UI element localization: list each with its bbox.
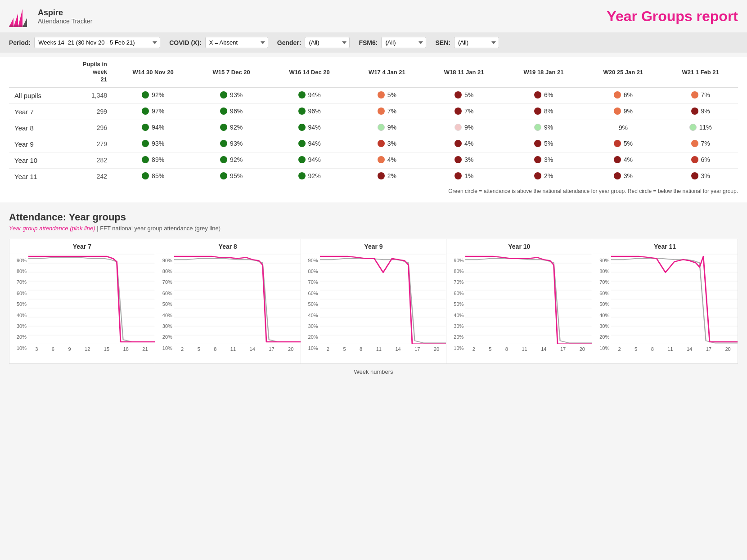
cell-dot-pct: 11%	[663, 120, 738, 136]
charts-subtitle-pink: Year group attendance (pink line)	[9, 225, 95, 232]
cell-dot-pct: 94%	[112, 120, 194, 136]
charts-title: Attendance: Year groups	[9, 211, 738, 223]
col-w17-header: W17 4 Jan 21	[350, 57, 424, 87]
col-w15-header: W15 7 Dec 20	[194, 57, 269, 87]
row-label: Year 10	[9, 152, 72, 168]
cell-dot-pct: 93%	[194, 136, 269, 152]
cell-dot-pct: 9%	[504, 120, 584, 136]
cell-dot-pct: 5%	[424, 87, 504, 103]
table-row: Year 829694%92%94%9%9%9%9%11%	[9, 120, 738, 136]
chart-title: Year 8	[155, 239, 301, 254]
cell-dot-pct: 95%	[194, 168, 269, 184]
row-pupils: 242	[72, 168, 112, 184]
chart-year-7: Year 790%80%70%60%50%40%30%20%10%3691215…	[9, 239, 155, 363]
x-axis-labels: 25811141720	[174, 345, 301, 353]
period-label: Period:	[9, 39, 31, 46]
x-axis-labels: 36912151821	[28, 345, 155, 353]
row-pupils: 1,348	[72, 87, 112, 103]
sen-select[interactable]: (All)	[454, 37, 499, 48]
report-title: Year Groups report	[607, 8, 738, 25]
y-axis: 90%80%70%60%50%40%30%20%10%	[446, 254, 465, 363]
cell-dot-pct: 5%	[504, 136, 584, 152]
svg-rect-4	[9, 25, 27, 27]
chart-year-9: Year 990%80%70%60%50%40%30%20%10%2581114…	[301, 239, 447, 363]
cell-dot-pct: 9%	[583, 120, 663, 136]
col-w20-header: W20 25 Jan 21	[583, 57, 663, 87]
row-pupils: 296	[72, 120, 112, 136]
table-row: Year 927993%93%94%3%4%5%5%7%	[9, 136, 738, 152]
x-axis-labels: 25811141720	[611, 345, 738, 353]
chart-title: Year 11	[592, 239, 738, 254]
cell-dot-pct: 94%	[269, 87, 350, 103]
charts-footer: Week numbers	[9, 364, 738, 380]
covid-select[interactable]: X = Absent	[205, 37, 268, 48]
y-axis: 90%80%70%60%50%40%30%20%10%	[301, 254, 320, 363]
fft-logo	[9, 5, 33, 27]
cell-dot-pct: 5%	[583, 136, 663, 152]
chart-inner: 90%80%70%60%50%40%30%20%10%25811141720	[301, 254, 446, 363]
cell-dot-pct: 92%	[112, 87, 194, 103]
gender-select[interactable]: (All)	[305, 37, 350, 48]
app-subtitle: Attendance Tracker	[38, 18, 92, 25]
cell-dot-pct: 5%	[350, 87, 424, 103]
sen-label: SEN:	[435, 39, 450, 46]
table-row: Year 1124285%95%92%2%1%2%3%3%	[9, 168, 738, 184]
cell-dot-pct: 7%	[424, 103, 504, 120]
svg-marker-1	[14, 13, 18, 27]
brand-name: Aspire	[38, 8, 92, 18]
chart-svg	[320, 254, 446, 344]
cell-dot-pct: 85%	[112, 168, 194, 184]
chart-inner: 90%80%70%60%50%40%30%20%10%25811141720	[155, 254, 301, 363]
cell-dot-pct: 9%	[663, 103, 738, 120]
col-w16-header: W16 14 Dec 20	[269, 57, 350, 87]
x-axis-labels: 25811141720	[320, 345, 446, 353]
charts-subtitle: Year group attendance (pink line) | FFT …	[9, 225, 738, 232]
cell-dot-pct: 96%	[269, 103, 350, 120]
fsm-filter: FSM6: (All)	[359, 37, 426, 48]
y-axis: 90%80%70%60%50%40%30%20%10%	[155, 254, 174, 363]
covid-filter: COVID (X): X = Absent	[169, 37, 268, 48]
table-row: Year 1028289%92%94%4%3%3%4%6%	[9, 152, 738, 168]
table-row: All pupils1,34892%93%94%5%5%6%6%7%	[9, 87, 738, 103]
chart-title: Year 7	[9, 239, 155, 254]
table-section: Pupils in week21 W14 30 Nov 20 W15 7 Dec…	[0, 57, 747, 202]
logo-text: Aspire Attendance Tracker	[38, 8, 92, 25]
header: Aspire Attendance Tracker Year Groups re…	[0, 0, 747, 32]
charts-section: Attendance: Year groups Year group atten…	[0, 202, 747, 389]
chart-inner: 90%80%70%60%50%40%30%20%10%36912151821	[9, 254, 155, 363]
cell-dot-pct: 94%	[269, 152, 350, 168]
chart-year-10: Year 1090%80%70%60%50%40%30%20%10%258111…	[446, 239, 592, 363]
cell-dot-pct: 2%	[504, 168, 584, 184]
cell-dot-pct: 9%	[583, 103, 663, 120]
cell-dot-pct: 7%	[663, 87, 738, 103]
y-axis: 90%80%70%60%50%40%30%20%10%	[592, 254, 611, 363]
chart-year-11: Year 1190%80%70%60%50%40%30%20%10%258111…	[592, 239, 738, 363]
cell-dot-pct: 9%	[350, 120, 424, 136]
col-w18-header: W18 11 Jan 21	[424, 57, 504, 87]
cell-dot-pct: 3%	[663, 168, 738, 184]
fsm-select[interactable]: (All)	[381, 37, 426, 48]
chart-svg	[174, 254, 301, 344]
period-select[interactable]: Weeks 14 -21 (30 Nov 20 - 5 Feb 21)	[34, 37, 160, 48]
cell-dot-pct: 89%	[112, 152, 194, 168]
col-w19-header: W19 18 Jan 21	[504, 57, 584, 87]
cell-dot-pct: 93%	[112, 136, 194, 152]
col-w14-header: W14 30 Nov 20	[112, 57, 194, 87]
table-legend: Green circle = attendance is above the n…	[9, 184, 738, 198]
filters-bar: Period: Weeks 14 -21 (30 Nov 20 - 5 Feb …	[0, 32, 747, 53]
cell-dot-pct: 4%	[424, 136, 504, 152]
cell-dot-pct: 6%	[583, 87, 663, 103]
chart-title: Year 10	[446, 239, 592, 254]
row-pupils: 282	[72, 152, 112, 168]
cell-dot-pct: 3%	[583, 168, 663, 184]
charts-container: Year 790%80%70%60%50%40%30%20%10%3691215…	[9, 239, 738, 364]
row-label: Year 11	[9, 168, 72, 184]
cell-dot-pct: 6%	[504, 87, 584, 103]
cell-dot-pct: 3%	[350, 136, 424, 152]
row-pupils: 279	[72, 136, 112, 152]
cell-dot-pct: 2%	[350, 168, 424, 184]
fsm-label: FSM6:	[359, 39, 378, 46]
x-axis-labels: 25811141720	[465, 345, 592, 353]
chart-svg	[611, 254, 738, 344]
gender-filter: Gender: (All)	[277, 37, 350, 48]
